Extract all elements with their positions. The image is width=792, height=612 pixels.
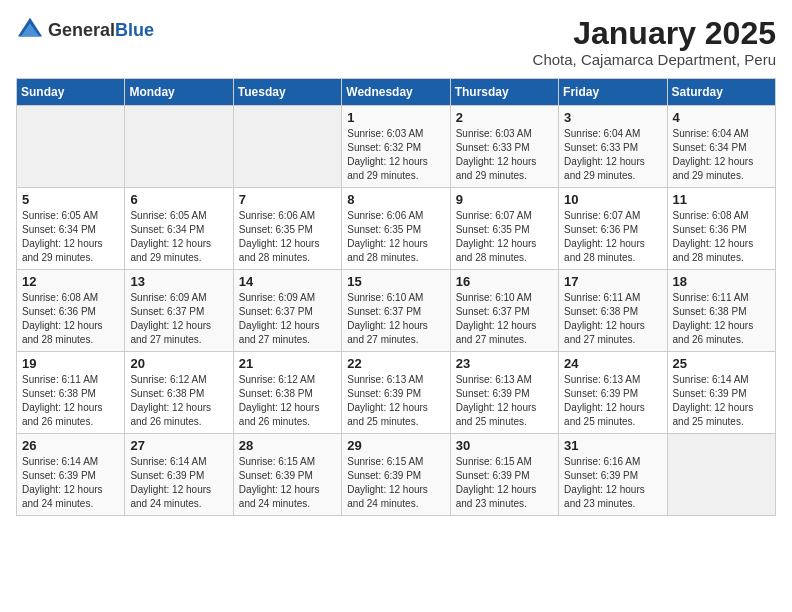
day-detail: Sunrise: 6:10 AM Sunset: 6:37 PM Dayligh… — [347, 291, 444, 347]
day-detail: Sunrise: 6:11 AM Sunset: 6:38 PM Dayligh… — [564, 291, 661, 347]
logo-general: GeneralBlue — [48, 21, 154, 40]
day-detail: Sunrise: 6:07 AM Sunset: 6:35 PM Dayligh… — [456, 209, 553, 265]
day-number: 30 — [456, 438, 553, 453]
day-number: 21 — [239, 356, 336, 371]
calendar-cell: 19Sunrise: 6:11 AM Sunset: 6:38 PM Dayli… — [17, 352, 125, 434]
day-number: 14 — [239, 274, 336, 289]
weekday-header-sunday: Sunday — [17, 79, 125, 106]
day-number: 16 — [456, 274, 553, 289]
title-block: January 2025 Chota, Cajamarca Department… — [533, 16, 776, 68]
weekday-header-tuesday: Tuesday — [233, 79, 341, 106]
calendar-cell: 11Sunrise: 6:08 AM Sunset: 6:36 PM Dayli… — [667, 188, 775, 270]
day-detail: Sunrise: 6:15 AM Sunset: 6:39 PM Dayligh… — [347, 455, 444, 511]
day-number: 28 — [239, 438, 336, 453]
calendar-cell — [125, 106, 233, 188]
calendar-week-1: 1Sunrise: 6:03 AM Sunset: 6:32 PM Daylig… — [17, 106, 776, 188]
calendar-cell: 28Sunrise: 6:15 AM Sunset: 6:39 PM Dayli… — [233, 434, 341, 516]
day-detail: Sunrise: 6:05 AM Sunset: 6:34 PM Dayligh… — [130, 209, 227, 265]
calendar-cell: 8Sunrise: 6:06 AM Sunset: 6:35 PM Daylig… — [342, 188, 450, 270]
calendar-cell: 26Sunrise: 6:14 AM Sunset: 6:39 PM Dayli… — [17, 434, 125, 516]
calendar-cell: 18Sunrise: 6:11 AM Sunset: 6:38 PM Dayli… — [667, 270, 775, 352]
day-detail: Sunrise: 6:03 AM Sunset: 6:33 PM Dayligh… — [456, 127, 553, 183]
calendar-cell: 14Sunrise: 6:09 AM Sunset: 6:37 PM Dayli… — [233, 270, 341, 352]
calendar-cell: 3Sunrise: 6:04 AM Sunset: 6:33 PM Daylig… — [559, 106, 667, 188]
calendar-cell: 16Sunrise: 6:10 AM Sunset: 6:37 PM Dayli… — [450, 270, 558, 352]
day-number: 11 — [673, 192, 770, 207]
day-number: 4 — [673, 110, 770, 125]
weekday-header-monday: Monday — [125, 79, 233, 106]
calendar-cell: 1Sunrise: 6:03 AM Sunset: 6:32 PM Daylig… — [342, 106, 450, 188]
day-detail: Sunrise: 6:11 AM Sunset: 6:38 PM Dayligh… — [673, 291, 770, 347]
day-detail: Sunrise: 6:13 AM Sunset: 6:39 PM Dayligh… — [564, 373, 661, 429]
day-number: 10 — [564, 192, 661, 207]
day-detail: Sunrise: 6:07 AM Sunset: 6:36 PM Dayligh… — [564, 209, 661, 265]
calendar-cell: 13Sunrise: 6:09 AM Sunset: 6:37 PM Dayli… — [125, 270, 233, 352]
day-detail: Sunrise: 6:05 AM Sunset: 6:34 PM Dayligh… — [22, 209, 119, 265]
day-number: 13 — [130, 274, 227, 289]
day-number: 24 — [564, 356, 661, 371]
calendar-week-3: 12Sunrise: 6:08 AM Sunset: 6:36 PM Dayli… — [17, 270, 776, 352]
day-number: 25 — [673, 356, 770, 371]
day-number: 8 — [347, 192, 444, 207]
day-detail: Sunrise: 6:13 AM Sunset: 6:39 PM Dayligh… — [347, 373, 444, 429]
day-number: 15 — [347, 274, 444, 289]
calendar-week-5: 26Sunrise: 6:14 AM Sunset: 6:39 PM Dayli… — [17, 434, 776, 516]
calendar-cell: 17Sunrise: 6:11 AM Sunset: 6:38 PM Dayli… — [559, 270, 667, 352]
day-number: 6 — [130, 192, 227, 207]
day-number: 22 — [347, 356, 444, 371]
day-detail: Sunrise: 6:14 AM Sunset: 6:39 PM Dayligh… — [130, 455, 227, 511]
day-number: 12 — [22, 274, 119, 289]
day-detail: Sunrise: 6:15 AM Sunset: 6:39 PM Dayligh… — [456, 455, 553, 511]
calendar-cell: 15Sunrise: 6:10 AM Sunset: 6:37 PM Dayli… — [342, 270, 450, 352]
day-detail: Sunrise: 6:04 AM Sunset: 6:33 PM Dayligh… — [564, 127, 661, 183]
logo-icon — [16, 16, 44, 44]
calendar-cell — [233, 106, 341, 188]
day-detail: Sunrise: 6:12 AM Sunset: 6:38 PM Dayligh… — [130, 373, 227, 429]
day-number: 7 — [239, 192, 336, 207]
calendar-cell: 23Sunrise: 6:13 AM Sunset: 6:39 PM Dayli… — [450, 352, 558, 434]
day-detail: Sunrise: 6:06 AM Sunset: 6:35 PM Dayligh… — [239, 209, 336, 265]
day-number: 29 — [347, 438, 444, 453]
day-detail: Sunrise: 6:08 AM Sunset: 6:36 PM Dayligh… — [673, 209, 770, 265]
calendar-cell: 22Sunrise: 6:13 AM Sunset: 6:39 PM Dayli… — [342, 352, 450, 434]
page-header: GeneralBlue January 2025 Chota, Cajamarc… — [16, 16, 776, 68]
calendar-cell — [667, 434, 775, 516]
calendar-week-4: 19Sunrise: 6:11 AM Sunset: 6:38 PM Dayli… — [17, 352, 776, 434]
day-number: 23 — [456, 356, 553, 371]
calendar-cell: 29Sunrise: 6:15 AM Sunset: 6:39 PM Dayli… — [342, 434, 450, 516]
calendar-week-2: 5Sunrise: 6:05 AM Sunset: 6:34 PM Daylig… — [17, 188, 776, 270]
calendar-cell: 6Sunrise: 6:05 AM Sunset: 6:34 PM Daylig… — [125, 188, 233, 270]
logo: GeneralBlue — [16, 16, 154, 44]
day-detail: Sunrise: 6:11 AM Sunset: 6:38 PM Dayligh… — [22, 373, 119, 429]
day-detail: Sunrise: 6:03 AM Sunset: 6:32 PM Dayligh… — [347, 127, 444, 183]
day-detail: Sunrise: 6:12 AM Sunset: 6:38 PM Dayligh… — [239, 373, 336, 429]
calendar-cell: 31Sunrise: 6:16 AM Sunset: 6:39 PM Dayli… — [559, 434, 667, 516]
day-number: 26 — [22, 438, 119, 453]
day-detail: Sunrise: 6:06 AM Sunset: 6:35 PM Dayligh… — [347, 209, 444, 265]
day-detail: Sunrise: 6:14 AM Sunset: 6:39 PM Dayligh… — [22, 455, 119, 511]
day-number: 27 — [130, 438, 227, 453]
weekday-header-wednesday: Wednesday — [342, 79, 450, 106]
day-detail: Sunrise: 6:10 AM Sunset: 6:37 PM Dayligh… — [456, 291, 553, 347]
calendar-cell: 27Sunrise: 6:14 AM Sunset: 6:39 PM Dayli… — [125, 434, 233, 516]
day-number: 2 — [456, 110, 553, 125]
day-number: 31 — [564, 438, 661, 453]
day-number: 18 — [673, 274, 770, 289]
day-number: 19 — [22, 356, 119, 371]
day-detail: Sunrise: 6:14 AM Sunset: 6:39 PM Dayligh… — [673, 373, 770, 429]
calendar-table: SundayMondayTuesdayWednesdayThursdayFrid… — [16, 78, 776, 516]
weekday-header-thursday: Thursday — [450, 79, 558, 106]
day-number: 3 — [564, 110, 661, 125]
day-number: 1 — [347, 110, 444, 125]
calendar-cell: 20Sunrise: 6:12 AM Sunset: 6:38 PM Dayli… — [125, 352, 233, 434]
calendar-cell: 4Sunrise: 6:04 AM Sunset: 6:34 PM Daylig… — [667, 106, 775, 188]
calendar-header-row: SundayMondayTuesdayWednesdayThursdayFrid… — [17, 79, 776, 106]
day-detail: Sunrise: 6:16 AM Sunset: 6:39 PM Dayligh… — [564, 455, 661, 511]
day-detail: Sunrise: 6:13 AM Sunset: 6:39 PM Dayligh… — [456, 373, 553, 429]
weekday-header-friday: Friday — [559, 79, 667, 106]
calendar-cell: 7Sunrise: 6:06 AM Sunset: 6:35 PM Daylig… — [233, 188, 341, 270]
month-title: January 2025 — [533, 16, 776, 51]
calendar-cell: 9Sunrise: 6:07 AM Sunset: 6:35 PM Daylig… — [450, 188, 558, 270]
calendar-cell: 24Sunrise: 6:13 AM Sunset: 6:39 PM Dayli… — [559, 352, 667, 434]
day-detail: Sunrise: 6:09 AM Sunset: 6:37 PM Dayligh… — [239, 291, 336, 347]
